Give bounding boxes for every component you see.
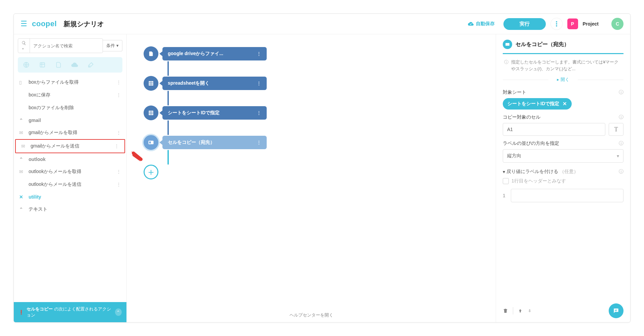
action-item-outlook-get[interactable]: ✉outlookからメールを取得⋮	[14, 165, 126, 178]
info-icon: ❗	[18, 310, 24, 315]
svg-rect-4	[40, 62, 44, 67]
action-item-outlook-send[interactable]: outlookからメールを送信⋮	[14, 178, 126, 191]
action-item-box-save[interactable]: boxに保存⋮	[14, 89, 126, 101]
suggestion-text: セルをコピー の次によく配置されるアクション	[27, 306, 112, 318]
file-icon	[144, 46, 158, 61]
file-icon[interactable]	[53, 60, 64, 70]
suggestion-bar[interactable]: ❗ セルをコピー の次によく配置されるアクション ⌃	[14, 302, 126, 322]
action-label: boxに保存	[29, 92, 50, 98]
more-icon[interactable]: ⋮	[116, 92, 121, 98]
action-label: boxからファイルを取得	[29, 79, 79, 85]
text-mode-button[interactable]: T	[609, 123, 623, 136]
more-icon[interactable]: ⋮	[116, 130, 121, 135]
action-item-box-get[interactable]: ▯boxからファイルを取得⋮	[14, 76, 126, 89]
scenario-title: 新規シナリオ	[64, 19, 104, 29]
expand-link[interactable]: ▸ 開く	[503, 75, 623, 85]
header: ☰ coopel 新規シナリオ 自動保存 実行 P Project C	[14, 14, 630, 34]
cell-input[interactable]	[503, 123, 605, 136]
mail-icon: ✉	[19, 169, 26, 174]
more-icon[interactable]: ⋮	[116, 80, 121, 85]
flow-node[interactable]: google driveからファイ...⋮	[144, 46, 158, 61]
info-icon[interactable]: ⓘ	[619, 140, 623, 146]
info-icon[interactable]: ⓘ	[619, 169, 623, 175]
svg-rect-6	[149, 111, 153, 115]
more-icon[interactable]: ⋮	[114, 143, 119, 149]
direction-select[interactable]: 縦方向▾	[503, 149, 623, 163]
action-item-box-delete[interactable]: boxのファイルを削除	[14, 101, 126, 114]
more-icon[interactable]: ⋮	[251, 140, 261, 145]
header-checkbox-row[interactable]: 1行目をヘッダーとみなす	[503, 178, 623, 184]
menu-button[interactable]: ☰	[21, 19, 27, 28]
more-icon[interactable]: ⋮	[116, 182, 121, 187]
globe-icon[interactable]	[21, 60, 31, 70]
project-badge[interactable]: P	[567, 18, 578, 29]
action-label: outlookからメールを取得	[29, 169, 81, 175]
more-icon[interactable]: ⋮	[251, 110, 261, 116]
canvas[interactable]: google driveからファイ...⋮ spreadsheetを開く⋮ シー…	[127, 34, 496, 322]
mail-icon: ✉	[21, 143, 28, 149]
tools-icon[interactable]	[86, 60, 96, 70]
cloud-icon[interactable]	[70, 60, 80, 70]
action-group-text[interactable]: ⌃テキスト	[14, 203, 126, 216]
autosave-label: 自動保存	[476, 21, 495, 27]
cloud-icon	[468, 22, 474, 26]
flow-node-box[interactable]: google driveからファイ...⋮	[162, 47, 267, 60]
flow-node-label: google driveからファイ...	[168, 51, 223, 57]
cell-icon	[142, 134, 160, 151]
action-label: boxのファイルを削除	[29, 105, 74, 111]
label-input[interactable]	[511, 189, 623, 202]
action-label: テキスト	[29, 206, 47, 212]
chevron-up-icon[interactable]: ⌃	[115, 308, 122, 316]
flow-node-box[interactable]: セルをコピー（宛先）⋮	[162, 136, 267, 149]
chevron-up-icon: ⌃	[19, 207, 26, 212]
field-label: コピー対象のセル	[503, 114, 540, 120]
cell-icon	[503, 40, 512, 49]
sheet-chip[interactable]: シートをシートIDで指定✕	[503, 98, 572, 110]
action-label: utility	[29, 194, 41, 200]
search-input[interactable]	[30, 41, 103, 51]
add-node-button[interactable]: ＋	[144, 165, 158, 179]
field-label: 戻り値にラベルを付ける	[506, 169, 558, 175]
svg-rect-9	[505, 43, 509, 46]
info-icon[interactable]: ⓘ	[619, 114, 623, 120]
chat-button[interactable]	[609, 303, 623, 318]
delete-button[interactable]	[503, 308, 508, 314]
action-label: outlookからメールを送信	[29, 181, 81, 187]
flow-node-box[interactable]: spreadsheetを開く⋮	[162, 77, 267, 90]
action-label: gmailからメールを取得	[29, 130, 77, 136]
help-link[interactable]: ヘルプセンターを開く	[290, 312, 333, 318]
more-icon[interactable]: ⋮	[251, 81, 261, 86]
action-group-gmail[interactable]: ⌃gmail	[14, 114, 126, 126]
flow-node-label: spreadsheetを開く	[168, 80, 210, 86]
more-icon[interactable]: ⋮	[251, 51, 261, 56]
caret-down-icon[interactable]: ▾	[503, 169, 505, 174]
more-menu-button[interactable]	[551, 18, 563, 30]
avatar[interactable]: C	[611, 18, 623, 30]
close-icon[interactable]: ✕	[563, 101, 567, 107]
field-label: 対象シート	[503, 89, 526, 95]
autosave-indicator: 自動保存	[464, 19, 499, 29]
checkbox[interactable]	[503, 178, 509, 184]
sidebar: ▾ 条件 ▾ ▯boxからファイルを取得⋮ boxに保存⋮ boxのファイルを削…	[14, 34, 127, 322]
sheet-icon[interactable]	[37, 60, 47, 70]
flow-node-selected[interactable]: セルをコピー（宛先）⋮	[144, 135, 158, 150]
move-down-button[interactable]	[527, 308, 532, 313]
move-up-button[interactable]	[518, 308, 523, 313]
run-button[interactable]: 実行	[503, 18, 546, 30]
flow-node[interactable]: シートをシートIDで指定⋮	[144, 106, 158, 120]
conditions-button[interactable]: 条件 ▾	[103, 40, 122, 51]
flow-node[interactable]: spreadsheetを開く⋮	[144, 76, 158, 91]
row-number: 1	[503, 193, 507, 198]
search-icon[interactable]: ▾	[18, 39, 30, 53]
action-group-utility[interactable]: ✕utility	[14, 191, 126, 203]
flow-node-box[interactable]: シートをシートIDで指定⋮	[162, 106, 267, 120]
info-icon[interactable]: ⓘ	[619, 89, 623, 95]
flow-node-label: セルをコピー（宛先）	[168, 139, 215, 145]
more-icon[interactable]: ⋮	[116, 169, 121, 174]
svg-rect-8	[149, 141, 151, 143]
chevron-down-icon: ▾	[617, 153, 619, 159]
action-item-gmail-send[interactable]: ✉gmailからメールを送信⋮	[15, 139, 125, 153]
action-item-gmail-get[interactable]: ✉gmailからメールを取得⋮	[14, 126, 126, 139]
select-value: 縦方向	[507, 153, 521, 159]
action-group-outlook[interactable]: ⌃outlook	[14, 153, 126, 165]
